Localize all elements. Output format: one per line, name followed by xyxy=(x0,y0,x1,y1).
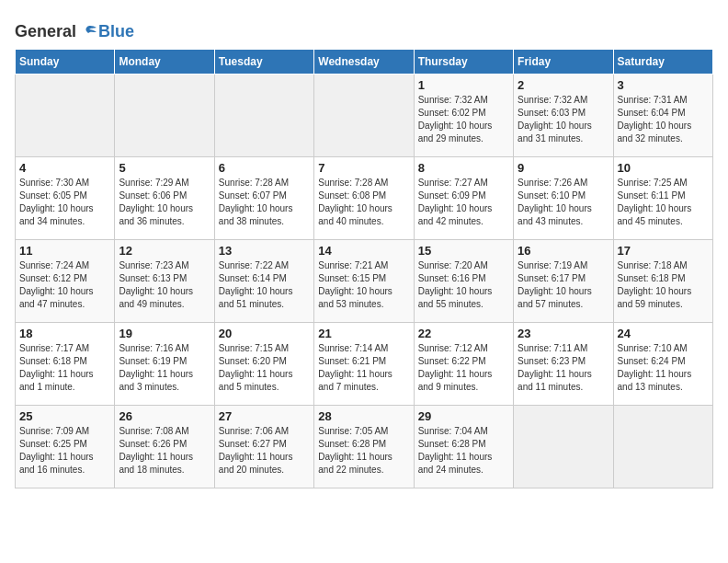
day-info: Sunrise: 7:17 AM Sunset: 6:18 PM Dayligh… xyxy=(19,342,110,394)
day-number: 18 xyxy=(19,327,110,340)
day-info: Sunrise: 7:25 AM Sunset: 6:11 PM Dayligh… xyxy=(618,177,709,228)
calendar-cell: 21Sunrise: 7:14 AM Sunset: 6:21 PM Dayli… xyxy=(314,323,414,406)
day-info: Sunrise: 7:10 AM Sunset: 6:24 PM Dayligh… xyxy=(618,342,709,394)
day-number: 21 xyxy=(318,327,409,340)
page-header: GeneralBlue xyxy=(15,18,713,41)
day-number: 9 xyxy=(518,161,609,175)
day-info: Sunrise: 7:29 AM Sunset: 6:06 PM Dayligh… xyxy=(119,177,210,228)
day-info: Sunrise: 7:12 AM Sunset: 6:22 PM Dayligh… xyxy=(418,342,509,394)
calendar-week-row: 18Sunrise: 7:17 AM Sunset: 6:18 PM Dayli… xyxy=(16,323,713,406)
calendar-cell: 5Sunrise: 7:29 AM Sunset: 6:06 PM Daylig… xyxy=(115,157,214,240)
logo: GeneralBlue xyxy=(15,22,134,41)
weekday-header-wednesday: Wednesday xyxy=(314,50,414,75)
weekday-header-tuesday: Tuesday xyxy=(214,50,313,75)
day-number: 23 xyxy=(518,327,609,340)
day-info: Sunrise: 7:28 AM Sunset: 6:07 PM Dayligh… xyxy=(219,177,310,228)
day-number: 17 xyxy=(618,244,709,258)
day-info: Sunrise: 7:21 AM Sunset: 6:15 PM Dayligh… xyxy=(318,259,409,311)
day-number: 12 xyxy=(119,244,210,258)
day-number: 26 xyxy=(119,409,210,423)
calendar-cell: 22Sunrise: 7:12 AM Sunset: 6:22 PM Dayli… xyxy=(414,323,513,406)
calendar-cell xyxy=(514,406,613,488)
calendar-cell: 13Sunrise: 7:22 AM Sunset: 6:14 PM Dayli… xyxy=(214,240,313,323)
calendar-cell xyxy=(16,75,115,157)
calendar-cell: 26Sunrise: 7:08 AM Sunset: 6:26 PM Dayli… xyxy=(115,406,214,488)
day-info: Sunrise: 7:20 AM Sunset: 6:16 PM Dayligh… xyxy=(418,259,509,311)
calendar-cell: 10Sunrise: 7:25 AM Sunset: 6:11 PM Dayli… xyxy=(613,157,712,240)
day-number: 20 xyxy=(219,327,310,340)
weekday-header-thursday: Thursday xyxy=(414,50,513,75)
day-info: Sunrise: 7:28 AM Sunset: 6:08 PM Dayligh… xyxy=(318,177,409,228)
logo-general: General xyxy=(15,22,76,40)
calendar-cell: 29Sunrise: 7:04 AM Sunset: 6:28 PM Dayli… xyxy=(414,406,513,488)
calendar-cell: 17Sunrise: 7:18 AM Sunset: 6:18 PM Dayli… xyxy=(613,240,712,323)
day-number: 19 xyxy=(119,327,210,340)
weekday-header-row: SundayMondayTuesdayWednesdayThursdayFrid… xyxy=(16,50,713,75)
calendar-cell: 9Sunrise: 7:26 AM Sunset: 6:10 PM Daylig… xyxy=(514,157,613,240)
day-number: 14 xyxy=(318,244,409,258)
calendar-cell: 27Sunrise: 7:06 AM Sunset: 6:27 PM Dayli… xyxy=(214,406,313,488)
day-number: 25 xyxy=(19,409,110,423)
day-number: 8 xyxy=(418,161,509,175)
calendar-cell: 1Sunrise: 7:32 AM Sunset: 6:02 PM Daylig… xyxy=(414,75,513,157)
calendar-cell: 4Sunrise: 7:30 AM Sunset: 6:05 PM Daylig… xyxy=(16,157,115,240)
day-info: Sunrise: 7:27 AM Sunset: 6:09 PM Dayligh… xyxy=(418,177,509,228)
day-number: 7 xyxy=(318,161,409,175)
calendar-cell: 14Sunrise: 7:21 AM Sunset: 6:15 PM Dayli… xyxy=(314,240,414,323)
weekday-header-monday: Monday xyxy=(115,50,214,75)
day-info: Sunrise: 7:06 AM Sunset: 6:27 PM Dayligh… xyxy=(219,425,310,477)
day-info: Sunrise: 7:31 AM Sunset: 6:04 PM Dayligh… xyxy=(618,94,709,145)
logo-blue: Blue xyxy=(98,22,134,40)
calendar-cell xyxy=(214,75,313,157)
day-info: Sunrise: 7:14 AM Sunset: 6:21 PM Dayligh… xyxy=(318,342,409,394)
calendar-cell xyxy=(115,75,214,157)
calendar-cell: 8Sunrise: 7:27 AM Sunset: 6:09 PM Daylig… xyxy=(414,157,513,240)
day-info: Sunrise: 7:09 AM Sunset: 6:25 PM Dayligh… xyxy=(19,425,110,477)
calendar-cell: 28Sunrise: 7:05 AM Sunset: 6:28 PM Dayli… xyxy=(314,406,414,488)
day-info: Sunrise: 7:32 AM Sunset: 6:03 PM Dayligh… xyxy=(518,94,609,145)
day-number: 6 xyxy=(219,161,310,175)
calendar-cell: 18Sunrise: 7:17 AM Sunset: 6:18 PM Dayli… xyxy=(16,323,115,406)
day-info: Sunrise: 7:22 AM Sunset: 6:14 PM Dayligh… xyxy=(219,259,310,311)
day-info: Sunrise: 7:23 AM Sunset: 6:13 PM Dayligh… xyxy=(119,259,210,311)
calendar-cell: 20Sunrise: 7:15 AM Sunset: 6:20 PM Dayli… xyxy=(214,323,313,406)
day-number: 24 xyxy=(618,327,709,340)
day-info: Sunrise: 7:04 AM Sunset: 6:28 PM Dayligh… xyxy=(418,425,509,477)
day-number: 16 xyxy=(518,244,609,258)
day-number: 13 xyxy=(219,244,310,258)
day-number: 15 xyxy=(418,244,509,258)
day-number: 28 xyxy=(318,409,409,423)
day-number: 5 xyxy=(119,161,210,175)
calendar-cell: 16Sunrise: 7:19 AM Sunset: 6:17 PM Dayli… xyxy=(514,240,613,323)
calendar-week-row: 4Sunrise: 7:30 AM Sunset: 6:05 PM Daylig… xyxy=(16,157,713,240)
calendar-cell: 23Sunrise: 7:11 AM Sunset: 6:23 PM Dayli… xyxy=(514,323,613,406)
day-info: Sunrise: 7:24 AM Sunset: 6:12 PM Dayligh… xyxy=(19,259,110,311)
calendar-table: SundayMondayTuesdayWednesdayThursdayFrid… xyxy=(15,49,713,488)
day-number: 10 xyxy=(618,161,709,175)
calendar-week-row: 25Sunrise: 7:09 AM Sunset: 6:25 PM Dayli… xyxy=(16,406,713,488)
calendar-cell: 24Sunrise: 7:10 AM Sunset: 6:24 PM Dayli… xyxy=(613,323,712,406)
day-info: Sunrise: 7:11 AM Sunset: 6:23 PM Dayligh… xyxy=(518,342,609,394)
day-info: Sunrise: 7:16 AM Sunset: 6:19 PM Dayligh… xyxy=(119,342,210,394)
weekday-header-friday: Friday xyxy=(514,50,613,75)
day-info: Sunrise: 7:15 AM Sunset: 6:20 PM Dayligh… xyxy=(219,342,310,394)
calendar-week-row: 1Sunrise: 7:32 AM Sunset: 6:02 PM Daylig… xyxy=(16,75,713,157)
calendar-cell xyxy=(314,75,414,157)
day-info: Sunrise: 7:08 AM Sunset: 6:26 PM Dayligh… xyxy=(119,425,210,477)
day-number: 1 xyxy=(418,78,509,92)
calendar-cell: 15Sunrise: 7:20 AM Sunset: 6:16 PM Dayli… xyxy=(414,240,513,323)
calendar-week-row: 11Sunrise: 7:24 AM Sunset: 6:12 PM Dayli… xyxy=(16,240,713,323)
calendar-cell: 12Sunrise: 7:23 AM Sunset: 6:13 PM Dayli… xyxy=(115,240,214,323)
calendar-cell: 11Sunrise: 7:24 AM Sunset: 6:12 PM Dayli… xyxy=(16,240,115,323)
day-number: 27 xyxy=(219,409,310,423)
logo-bird-icon xyxy=(77,25,97,41)
weekday-header-saturday: Saturday xyxy=(613,50,712,75)
calendar-cell: 3Sunrise: 7:31 AM Sunset: 6:04 PM Daylig… xyxy=(613,75,712,157)
day-number: 4 xyxy=(19,161,110,175)
day-number: 2 xyxy=(518,78,609,92)
day-info: Sunrise: 7:05 AM Sunset: 6:28 PM Dayligh… xyxy=(318,425,409,477)
day-number: 11 xyxy=(19,244,110,258)
day-number: 3 xyxy=(618,78,709,92)
day-number: 22 xyxy=(418,327,509,340)
day-info: Sunrise: 7:32 AM Sunset: 6:02 PM Dayligh… xyxy=(418,94,509,145)
